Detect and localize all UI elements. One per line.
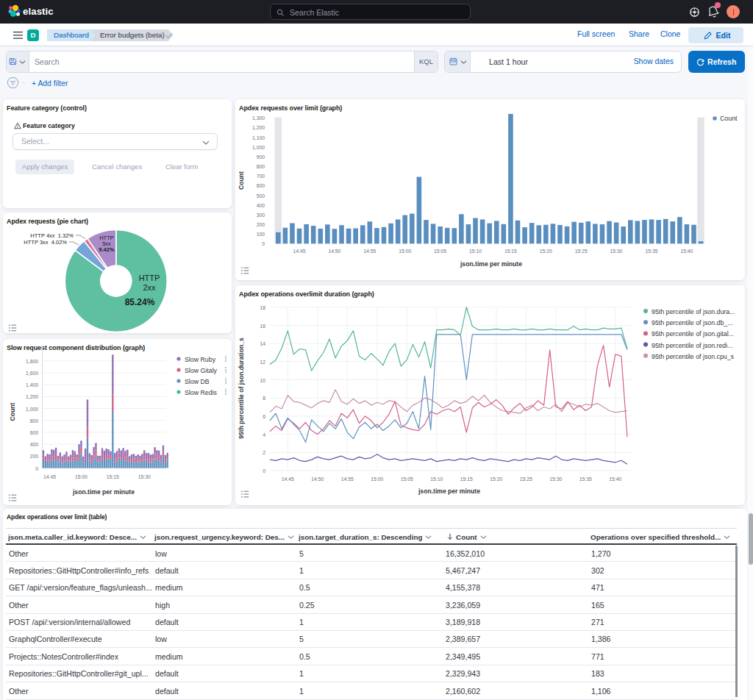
- svg-text:900: 900: [257, 154, 265, 160]
- svg-text:18: 18: [260, 305, 265, 310]
- svg-text:15:10: 15:10: [469, 249, 482, 254]
- svg-text:Count: Count: [9, 402, 16, 421]
- svg-text:800: 800: [257, 164, 265, 169]
- svg-text:1,200: 1,200: [252, 125, 265, 130]
- svg-text:200: 200: [30, 454, 39, 459]
- svg-text:800: 800: [30, 418, 39, 424]
- svg-text:HTTP 3xx 4.02%: HTTP 3xx 4.02%: [24, 239, 67, 246]
- svg-text:15:10: 15:10: [430, 476, 443, 482]
- svg-text:json.time per minute: json.time per minute: [418, 488, 480, 495]
- svg-text:14:50: 14:50: [328, 249, 340, 254]
- svg-text:14:55: 14:55: [341, 476, 354, 482]
- svg-text:14:45: 14:45: [43, 474, 56, 479]
- svg-text:15:20: 15:20: [540, 249, 552, 254]
- svg-text:15:05: 15:05: [401, 476, 413, 482]
- svg-text:15:00: 15:00: [399, 249, 411, 254]
- svg-text:Slow Redis: Slow Redis: [185, 389, 218, 396]
- svg-text:85.24%: 85.24%: [125, 297, 155, 307]
- svg-text:14:45: 14:45: [293, 249, 305, 254]
- svg-text:15:30: 15:30: [549, 476, 562, 482]
- svg-text:8: 8: [263, 396, 265, 401]
- svg-text:2: 2: [263, 450, 265, 455]
- svg-text:15:40: 15:40: [609, 476, 621, 482]
- svg-text:Slow DB: Slow DB: [185, 378, 210, 385]
- svg-text:HTTP 4xx 1.32%: HTTP 4xx 1.32%: [30, 232, 74, 239]
- svg-text:10: 10: [260, 378, 265, 383]
- svg-text:Slow Ruby: Slow Ruby: [185, 356, 216, 363]
- svg-text:95th percentile of json.durati: 95th percentile of json.duration_s: [238, 338, 245, 439]
- svg-text:15:35: 15:35: [579, 476, 592, 482]
- svg-text:1,200: 1,200: [26, 394, 38, 399]
- svg-text:1,000: 1,000: [26, 407, 38, 412]
- svg-text:json.time per minute: json.time per minute: [72, 488, 135, 496]
- svg-text:15:15: 15:15: [504, 249, 517, 254]
- svg-text:6: 6: [263, 414, 265, 419]
- svg-text:15:15: 15:15: [460, 476, 473, 482]
- svg-text:16: 16: [260, 324, 265, 329]
- svg-text:600: 600: [30, 430, 39, 435]
- svg-text:95th percentile of json.db_...: 95th percentile of json.db_...: [652, 319, 733, 326]
- svg-text:15:30: 15:30: [610, 249, 623, 254]
- svg-text:HTTP: HTTP: [139, 274, 160, 282]
- svg-text:Slow Gitaly: Slow Gitaly: [185, 367, 218, 374]
- svg-text:json.time per minute: json.time per minute: [460, 260, 522, 268]
- svg-text:14:45: 14:45: [282, 476, 294, 482]
- svg-text:15:25: 15:25: [575, 249, 588, 254]
- svg-text:700: 700: [257, 174, 265, 179]
- svg-text:14:50: 14:50: [311, 476, 324, 482]
- svg-text:1,000: 1,000: [252, 145, 265, 150]
- svg-text:14: 14: [260, 341, 265, 346]
- svg-text:15:05: 15:05: [434, 249, 446, 254]
- svg-text:95th percentile of json.cpu_s: 95th percentile of json.cpu_s: [652, 353, 735, 360]
- svg-text:1,600: 1,600: [26, 371, 38, 376]
- svg-text:15:20: 15:20: [490, 476, 502, 482]
- svg-text:14:55: 14:55: [363, 249, 376, 254]
- svg-text:15:40: 15:40: [680, 249, 693, 254]
- svg-text:Count: Count: [238, 171, 245, 190]
- svg-text:12: 12: [260, 360, 265, 365]
- svg-text:300: 300: [257, 213, 265, 218]
- svg-text:15:30: 15:30: [138, 474, 151, 479]
- svg-text:9.42%: 9.42%: [99, 246, 115, 253]
- svg-text:4: 4: [263, 432, 265, 438]
- svg-text:15:15: 15:15: [107, 474, 119, 479]
- svg-text:400: 400: [257, 203, 265, 208]
- svg-text:95th percentile of json.gital.: 95th percentile of json.gital...: [652, 330, 734, 338]
- svg-text:400: 400: [30, 442, 39, 447]
- svg-text:2xx: 2xx: [143, 283, 156, 292]
- svg-text:95th percentile of json.dura..: 95th percentile of json.dura...: [652, 308, 735, 315]
- svg-text:0: 0: [263, 468, 265, 474]
- svg-text:15:25: 15:25: [520, 476, 532, 482]
- svg-text:15:35: 15:35: [645, 249, 657, 254]
- svg-text:15:00: 15:00: [371, 476, 383, 482]
- svg-text:600: 600: [257, 183, 265, 188]
- svg-text:500: 500: [257, 193, 265, 199]
- svg-text:1,100: 1,100: [252, 135, 265, 140]
- svg-text:0: 0: [262, 241, 265, 246]
- svg-text:15:00: 15:00: [75, 474, 88, 479]
- svg-text:1,800: 1,800: [26, 359, 38, 364]
- svg-text:95th percentile of json.redi..: 95th percentile of json.redi...: [652, 342, 733, 349]
- svg-text:Count: Count: [720, 115, 738, 122]
- svg-text:1,300: 1,300: [252, 115, 265, 121]
- svg-text:0: 0: [35, 466, 38, 471]
- svg-text:1,400: 1,400: [26, 382, 38, 388]
- svg-text:200: 200: [257, 222, 265, 227]
- svg-text:100: 100: [257, 232, 265, 237]
